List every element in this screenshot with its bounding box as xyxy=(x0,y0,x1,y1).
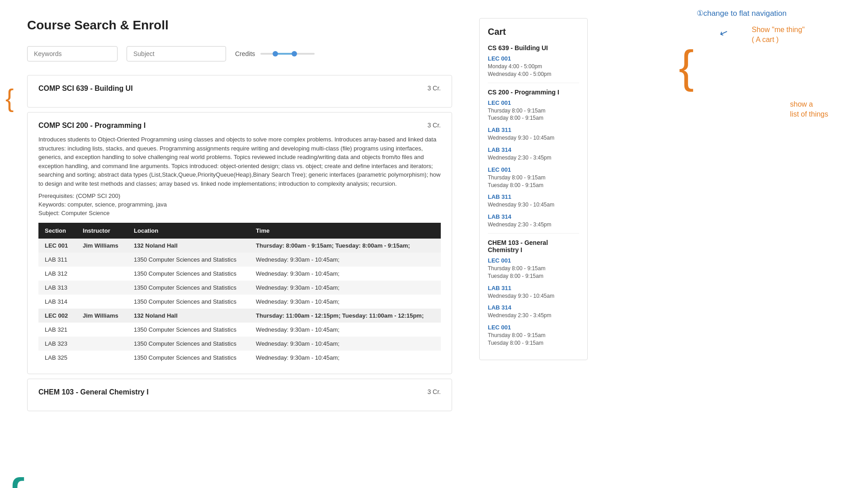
section-location: 1350 Computer Sciences and Statistics xyxy=(127,295,250,309)
cart-section-time: Wednesday 9:30 - 10:45am xyxy=(488,134,579,142)
section-time: Wednesday: 9:30am - 10:45am; xyxy=(250,351,441,365)
annotation-table-brace: { xyxy=(5,465,25,488)
page-title: Course Search & Enroll xyxy=(27,18,452,33)
section-code: LAB 321 xyxy=(38,323,76,337)
section-instructor xyxy=(76,281,127,295)
cart-section: LAB 311 Wednesday 9:30 - 10:45am xyxy=(488,193,579,209)
course-list: COMP SCI 639 - Building UI 3 Cr. COMP SC… xyxy=(27,75,452,416)
cart-section-time: Wednesday 2:30 - 3:45pm xyxy=(488,154,579,162)
course-header-chem: CHEM 103 - General Chemistry I 3 Cr. xyxy=(38,388,441,396)
cart-section-time: Wednesday 2:30 - 3:45pm xyxy=(488,312,579,319)
section-time: Thursday: 8:00am - 9:15am; Tuesday: 8:00… xyxy=(250,239,441,253)
table-row[interactable]: LEC 002 Jim Williams 132 Noland Hall Thu… xyxy=(38,309,441,323)
section-code: LAB 313 xyxy=(38,281,76,295)
section-code: LEC 002 xyxy=(38,309,76,323)
table-row[interactable]: LAB 312 1350 Computer Sciences and Stati… xyxy=(38,267,441,281)
cart-section-code[interactable]: LAB 311 xyxy=(488,285,579,291)
annotation-list-brace: { xyxy=(5,84,14,113)
search-bar: Credits xyxy=(27,46,452,61)
col-instructor: Instructor xyxy=(76,223,127,239)
section-time: Wednesday: 9:30am - 10:45am; xyxy=(250,337,441,351)
cart-section: LAB 314 Wednesday 2:30 - 3:45pm xyxy=(488,304,579,319)
course-subject: Subject: Computer Science xyxy=(38,210,441,216)
cart-section: LEC 001 Thursday 8:00 - 9:15amTuesday 8:… xyxy=(488,99,579,122)
cart-section-code[interactable]: LEC 001 xyxy=(488,99,579,106)
course-header-200: COMP SCI 200 - Programming I 3 Cr. xyxy=(38,122,441,130)
section-instructor: Jim Williams xyxy=(76,239,127,253)
cart-course-title-chem: CHEM 103 - General Chemistry I xyxy=(488,239,579,253)
section-location: 1350 Computer Sciences and Statistics xyxy=(127,267,250,281)
credits-container: Credits xyxy=(235,50,315,57)
cart-section: LAB 314 Wednesday 2:30 - 3:45pm xyxy=(488,146,579,162)
cart-panel: Cart CS 639 - Building UI LEC 001 Monday… xyxy=(479,18,588,360)
course-header: COMP SCI 639 - Building UI 3 Cr. xyxy=(38,84,441,93)
cart-section-code[interactable]: LEC 001 xyxy=(488,55,579,62)
section-instructor xyxy=(76,351,127,365)
section-location: 1350 Computer Sciences and Statistics xyxy=(127,337,250,351)
cart-section: LEC 001 Thursday 8:00 - 9:15amTuesday 8:… xyxy=(488,324,579,347)
annotation-cart-brace: { xyxy=(679,41,694,93)
cart-section-code[interactable]: LAB 311 xyxy=(488,127,579,133)
course-description: Introduces students to Object-Oriented P… xyxy=(38,135,441,188)
course-card-comp-sci-639: COMP SCI 639 - Building UI 3 Cr. xyxy=(27,75,452,108)
course-credits: 3 Cr. xyxy=(427,84,441,92)
annotation-cart-list: show alist of things xyxy=(790,99,828,120)
section-code: LAB 312 xyxy=(38,267,76,281)
col-time: Time xyxy=(250,223,441,239)
cart-section-time: Thursday 8:00 - 9:15amTuesday 8:00 - 9:1… xyxy=(488,332,579,347)
annotation-arrow: ↙ xyxy=(718,26,730,40)
cart-section-time: Wednesday 2:30 - 3:45pm xyxy=(488,221,579,229)
section-time: Wednesday: 9:30am - 10:45am; xyxy=(250,267,441,281)
cart-section-code[interactable]: LEC 001 xyxy=(488,257,579,264)
subject-input[interactable] xyxy=(127,46,226,61)
section-code: LAB 311 xyxy=(38,253,76,267)
table-row[interactable]: LAB 314 1350 Computer Sciences and Stati… xyxy=(38,295,441,309)
table-row[interactable]: LAB 321 1350 Computer Sciences and Stati… xyxy=(38,323,441,337)
course-card-comp-sci-200: COMP SCI 200 - Programming I 3 Cr. Intro… xyxy=(27,112,452,374)
table-row[interactable]: LAB 313 1350 Computer Sciences and Stati… xyxy=(38,281,441,295)
section-instructor xyxy=(76,323,127,337)
cart-section: LAB 314 Wednesday 2:30 - 3:45pm xyxy=(488,213,579,229)
table-header-row: Section Instructor Location Time xyxy=(38,223,441,239)
table-row[interactable]: LAB 325 1350 Computer Sciences and Stati… xyxy=(38,351,441,365)
cart-section-code[interactable]: LAB 314 xyxy=(488,304,579,311)
section-location: 132 Noland Hall xyxy=(127,239,250,253)
section-location: 132 Noland Hall xyxy=(127,309,250,323)
cart-section-code[interactable]: LEC 001 xyxy=(488,324,579,331)
course-title: COMP SCI 639 - Building UI xyxy=(38,84,133,93)
cart-section: LEC 001 Thursday 8:00 - 9:15amTuesday 8:… xyxy=(488,257,579,280)
cart-section-time: Thursday 8:00 - 9:15amTuesday 8:00 - 9:1… xyxy=(488,265,579,280)
section-instructor xyxy=(76,295,127,309)
cart-course-title: CS 639 - Building UI xyxy=(488,44,579,52)
credits-slider-dot-left[interactable] xyxy=(273,51,278,56)
course-keywords: Keywords: computer, science, programming… xyxy=(38,201,441,208)
course-title-chem: CHEM 103 - General Chemistry I xyxy=(38,388,149,396)
section-time: Wednesday: 9:30am - 10:45am; xyxy=(250,281,441,295)
table-row[interactable]: LAB 323 1350 Computer Sciences and Stati… xyxy=(38,337,441,351)
cart-section-code[interactable]: LAB 311 xyxy=(488,193,579,200)
cart-section-code[interactable]: LEC 001 xyxy=(488,166,579,173)
credits-slider-track[interactable] xyxy=(260,53,315,55)
annotation-change-nav: ①change to flat navigation xyxy=(697,8,787,19)
credits-slider-dot-right[interactable] xyxy=(292,51,297,56)
table-row[interactable]: LEC 001 Jim Williams 132 Noland Hall Thu… xyxy=(38,239,441,253)
cart-course-cs200: CS 200 - Programming I LEC 001 Thursday … xyxy=(488,89,579,229)
cart-section: LAB 311 Wednesday 9:30 - 10:45am xyxy=(488,285,579,300)
cart-section-time: Wednesday 9:30 - 10:45am xyxy=(488,201,579,209)
section-code: LAB 314 xyxy=(38,295,76,309)
sections-table: Section Instructor Location Time LEC 001… xyxy=(38,223,441,365)
cart-course-title-cs200: CS 200 - Programming I xyxy=(488,89,579,96)
cart-section: LEC 001 Thursday 8:00 - 9:15amTuesday 8:… xyxy=(488,166,579,189)
cart-section-code[interactable]: LAB 314 xyxy=(488,146,579,153)
keywords-input[interactable] xyxy=(27,46,118,61)
table-row[interactable]: LAB 311 1350 Computer Sciences and Stati… xyxy=(38,253,441,267)
cart-section-code[interactable]: LAB 314 xyxy=(488,213,579,220)
course-prerequisites: Prerequisites: (COMP SCI 200) xyxy=(38,192,441,199)
section-time: Wednesday: 9:30am - 10:45am; xyxy=(250,295,441,309)
col-section: Section xyxy=(38,223,76,239)
cart-course-chem103: CHEM 103 - General Chemistry I LEC 001 T… xyxy=(488,239,579,347)
section-time: Thursday: 11:00am - 12:15pm; Tuesday: 11… xyxy=(250,309,441,323)
cart-section-time: Monday 4:00 - 5:00pmWednesday 4:00 - 5:0… xyxy=(488,63,579,78)
section-location: 1350 Computer Sciences and Statistics xyxy=(127,253,250,267)
section-time: Wednesday: 9:30am - 10:45am; xyxy=(250,323,441,337)
